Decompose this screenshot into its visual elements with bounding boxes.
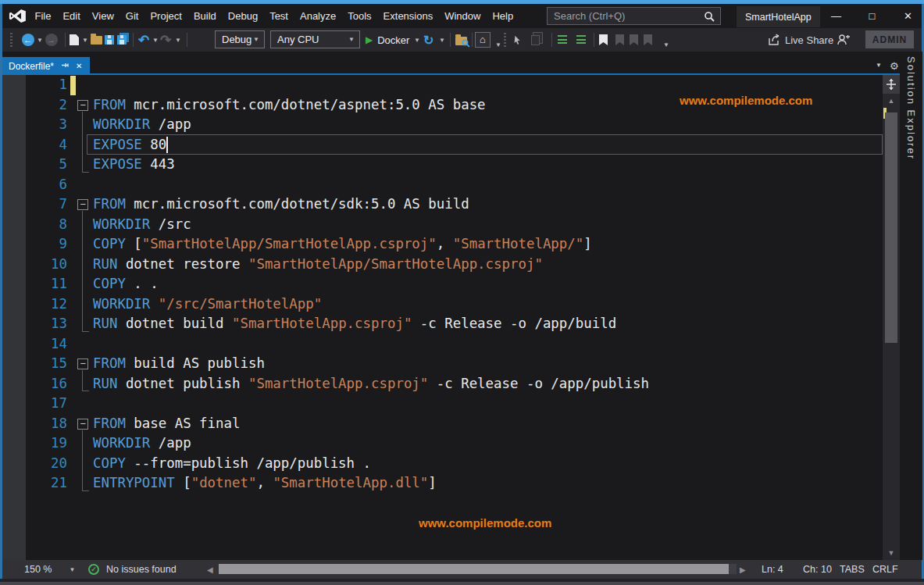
toolbar-drag-handle[interactable] xyxy=(10,28,12,52)
cursor-arrow-icon xyxy=(512,35,523,45)
fold-collapse-icon[interactable]: − xyxy=(77,358,88,369)
minimize-button[interactable]: — xyxy=(819,4,854,28)
open-file-button[interactable] xyxy=(91,28,102,52)
code-line[interactable]: ENTRYPOINT ["dotnet", "SmartHotelApp.dll… xyxy=(93,473,437,494)
live-share-button[interactable]: Live Share xyxy=(768,28,833,52)
code-editor[interactable]: 12−FROM mcr.microsoft.com/dotnet/aspnet:… xyxy=(2,75,883,560)
fold-collapse-icon[interactable]: − xyxy=(77,100,88,111)
code-line[interactable]: EXPOSE 80 xyxy=(93,135,166,155)
fold-guide-line xyxy=(82,112,89,173)
fold-collapse-icon[interactable]: − xyxy=(77,199,88,210)
start-debug-dropdown[interactable]: ▼ xyxy=(414,28,420,52)
zoom-level-dropdown[interactable]: 150 % ▼ xyxy=(24,560,75,579)
feedback-button[interactable] xyxy=(837,28,851,52)
line-number: 4 xyxy=(23,135,67,155)
clear-bookmarks-button[interactable] xyxy=(644,28,652,52)
code-line[interactable]: FROM base AS final xyxy=(93,414,240,434)
code-line[interactable]: WORKDIR /src xyxy=(93,215,191,235)
code-line[interactable]: FROM build AS publish xyxy=(93,354,265,374)
menu-test[interactable]: Test xyxy=(264,4,294,28)
toggle-bookmark-button[interactable] xyxy=(599,28,608,52)
close-button[interactable]: ✕ xyxy=(890,4,924,28)
next-bookmark-button[interactable] xyxy=(630,28,638,52)
menu-extensions[interactable]: Extensions xyxy=(377,4,439,28)
horizontal-scroll-thumb[interactable] xyxy=(219,564,729,574)
scroll-down-icon[interactable]: ▼ xyxy=(883,549,900,557)
search-input[interactable]: Search (Ctrl+Q) xyxy=(547,7,721,25)
watermark-top: www.compilemode.com xyxy=(680,94,812,107)
line-number: 19 xyxy=(23,433,67,454)
visual-studio-logo xyxy=(9,9,27,23)
code-line[interactable]: WORKDIR "/src/SmartHotelApp" xyxy=(93,294,322,315)
code-line[interactable]: COPY --from=publish /app/publish . xyxy=(93,454,371,474)
new-file-button[interactable] xyxy=(70,28,79,52)
code-line[interactable]: EXPOSE 443 xyxy=(93,155,175,175)
solution-platforms-dropdown[interactable]: Any CPU▼ xyxy=(270,30,360,48)
scroll-up-icon[interactable]: ▲ xyxy=(883,97,900,105)
editor-split-handle[interactable] xyxy=(883,75,900,94)
refresh-button[interactable]: ↻ xyxy=(423,28,433,52)
copy-parent-button[interactable] xyxy=(531,28,540,52)
menu-analyze[interactable]: Analyze xyxy=(294,4,341,28)
solution-explorer-collapsed-panel[interactable]: Solution Explorer xyxy=(900,52,922,560)
solution-configurations-dropdown[interactable]: Debug▼ xyxy=(215,30,265,48)
code-line[interactable]: COPY ["SmartHotelApp/SmartHotelApp.cspro… xyxy=(93,234,592,255)
maximize-button[interactable]: □ xyxy=(854,4,890,28)
tab-close-icon[interactable]: ✕ xyxy=(76,62,82,70)
line-indicator: Ln: 4 xyxy=(762,560,783,579)
code-line[interactable]: COPY . . xyxy=(93,274,159,294)
copy-icon xyxy=(531,35,540,45)
fold-collapse-icon[interactable]: − xyxy=(77,419,88,430)
breakpoint-margin[interactable] xyxy=(2,75,26,560)
menu-view[interactable]: View xyxy=(86,4,120,28)
scroll-left-icon[interactable]: ◀ xyxy=(207,560,213,579)
start-debug-button[interactable]: ▶ Docker xyxy=(366,28,409,52)
code-line[interactable]: WORKDIR /app xyxy=(93,115,191,135)
save-button[interactable] xyxy=(105,28,114,52)
new-file-dropdown[interactable]: ▼ xyxy=(82,28,88,52)
find-in-files-button[interactable] xyxy=(455,28,468,52)
admin-badge[interactable]: ADMIN xyxy=(865,30,914,48)
code-line[interactable]: WORKDIR /app xyxy=(93,433,191,454)
code-line[interactable]: RUN dotnet publish "SmartHotelApp.csproj… xyxy=(93,374,649,394)
save-all-button[interactable] xyxy=(117,28,127,52)
navigate-forward-button[interactable]: → xyxy=(45,28,58,52)
navigate-back-button[interactable]: ← xyxy=(21,28,34,52)
vertical-scrollbar[interactable]: ▲ ▼ xyxy=(883,75,900,560)
redo-dropdown[interactable]: ▼ xyxy=(175,28,181,52)
editor-options-gear-icon[interactable]: ⚙ xyxy=(890,60,899,72)
prev-bookmark-button[interactable] xyxy=(615,28,624,52)
document-health-indicator[interactable]: ✓ No issues found xyxy=(88,560,177,579)
code-line[interactable]: RUN dotnet build "SmartHotelApp.csproj" … xyxy=(93,314,616,334)
menu-git[interactable]: Git xyxy=(120,4,144,28)
menu-edit[interactable]: Edit xyxy=(57,4,86,28)
menu-debug[interactable]: Debug xyxy=(222,4,263,28)
search-icon[interactable] xyxy=(704,11,715,22)
menu-file[interactable]: File xyxy=(29,4,57,28)
title-bar: FileEditViewGitProjectBuildDebugTestAnal… xyxy=(2,4,922,28)
code-line[interactable]: FROM mcr.microsoft.com/dotnet/sdk:5.0 AS… xyxy=(93,194,469,215)
undo-button[interactable]: ↶ xyxy=(138,28,149,52)
pin-icon[interactable] xyxy=(61,62,70,70)
menu-help[interactable]: Help xyxy=(487,4,519,28)
tab-dockerfile[interactable]: Dockerfile* ✕ xyxy=(2,57,90,75)
menu-build[interactable]: Build xyxy=(187,4,222,28)
menu-project[interactable]: Project xyxy=(144,4,187,28)
code-line[interactable]: FROM mcr.microsoft.com/dotnet/aspnet:5.0… xyxy=(93,95,486,116)
save-all-icon xyxy=(117,35,127,45)
refresh-dropdown[interactable]: ▼ xyxy=(439,28,445,52)
menu-window[interactable]: Window xyxy=(439,4,487,28)
back-dropdown[interactable]: ▼ xyxy=(37,28,43,52)
redo-button[interactable]: ↷ xyxy=(160,28,171,52)
home-button[interactable]: ⌂ xyxy=(475,28,491,52)
toolbar-drag-handle-2[interactable] xyxy=(504,28,506,52)
document-list-dropdown[interactable]: ▼ xyxy=(876,62,882,69)
scroll-right-icon[interactable]: ▶ xyxy=(740,560,746,579)
select-element-button[interactable] xyxy=(512,28,523,52)
menu-tools[interactable]: Tools xyxy=(342,4,377,28)
code-line[interactable]: RUN dotnet restore "SmartHotelApp/SmartH… xyxy=(93,255,543,275)
decrease-indent-button[interactable] xyxy=(558,28,567,52)
increase-indent-button[interactable] xyxy=(576,28,586,52)
undo-dropdown[interactable]: ▼ xyxy=(152,28,159,52)
vertical-scroll-thumb[interactable] xyxy=(885,112,897,343)
